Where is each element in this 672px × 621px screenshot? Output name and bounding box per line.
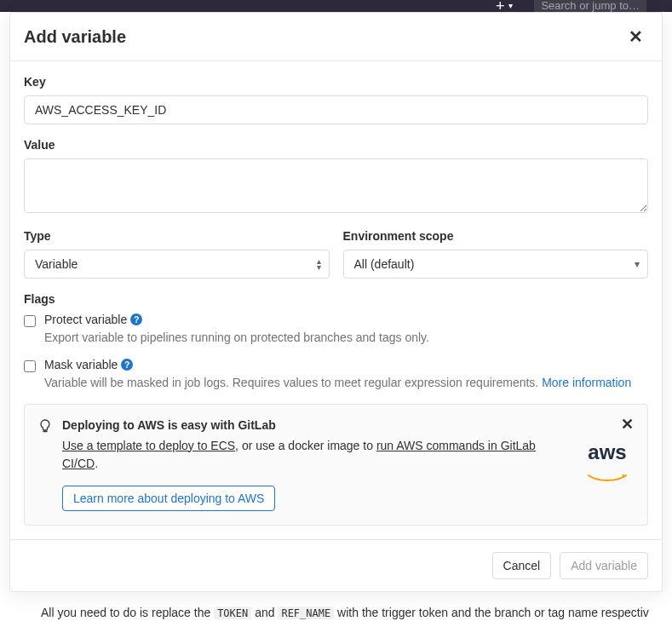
close-icon[interactable]: ✕ — [623, 26, 648, 47]
key-label: Key — [24, 75, 648, 89]
learn-more-aws-button[interactable]: Learn more about deploying to AWS — [62, 486, 275, 511]
value-label: Value — [24, 138, 648, 152]
callout-title: Deploying to AWS is easy with GitLab — [62, 418, 557, 432]
callout-close-icon[interactable]: ✕ — [616, 413, 639, 435]
help-icon[interactable]: ? — [130, 313, 142, 325]
protect-variable-checkbox[interactable] — [24, 315, 36, 327]
modal-title: Add variable — [24, 27, 126, 47]
header-search: Search or jump to… — [534, 0, 646, 12]
env-scope-label: Environment scope — [343, 229, 649, 243]
modal-footer: Cancel Add variable — [10, 539, 662, 591]
aws-callout: Deploying to AWS is easy with GitLab Use… — [24, 404, 648, 526]
mask-variable-desc: Variable will be masked in job logs. Req… — [44, 374, 648, 391]
flags-label: Flags — [24, 292, 648, 306]
modal-body: Key Value Type Variable ▴▾ Environment s… — [10, 61, 662, 539]
callout-text: Use a template to deploy to ECS, or use … — [62, 437, 557, 474]
aws-logo: aws — [588, 440, 627, 488]
type-label: Type — [24, 229, 330, 243]
help-icon[interactable]: ? — [121, 359, 133, 371]
modal-header: Add variable ✕ — [10, 13, 662, 61]
header-new-dropdown: + ▾ — [491, 0, 518, 12]
env-scope-select[interactable]: All (default) — [343, 250, 649, 279]
cancel-button[interactable]: Cancel — [492, 552, 552, 579]
mask-more-info-link[interactable]: More information — [542, 376, 631, 389]
mask-variable-checkbox[interactable] — [24, 360, 36, 372]
protect-variable-label: Protect variable — [44, 313, 127, 326]
mask-variable-label: Mask variable — [44, 358, 118, 371]
value-textarea[interactable] — [24, 158, 648, 213]
key-input[interactable] — [24, 95, 648, 124]
background-text: All you need to do is replace the TOKEN … — [41, 606, 672, 619]
lightbulb-icon — [38, 419, 52, 435]
add-variable-button[interactable]: Add variable — [560, 552, 648, 579]
type-select[interactable]: Variable — [24, 250, 330, 279]
protect-variable-desc: Export variable to pipelines running on … — [44, 329, 648, 346]
add-variable-modal: Add variable ✕ Key Value Type Variable ▴… — [9, 12, 663, 592]
deploy-ecs-link[interactable]: Use a template to deploy to ECS — [62, 439, 235, 452]
